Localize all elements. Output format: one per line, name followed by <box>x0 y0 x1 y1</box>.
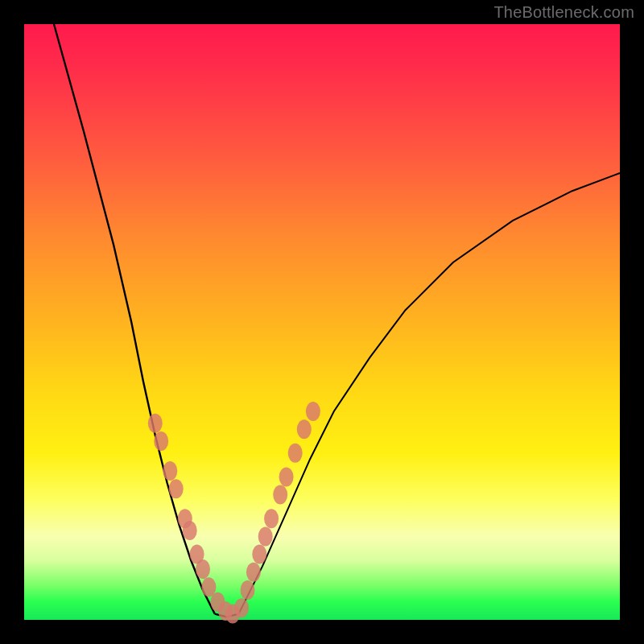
data-dot <box>241 580 255 600</box>
data-dot <box>252 545 266 564</box>
data-dot <box>273 485 287 505</box>
data-dot <box>264 509 279 528</box>
dots-left <box>148 414 240 624</box>
data-dot <box>196 559 210 579</box>
data-dot <box>163 461 177 481</box>
curve-right <box>238 173 620 614</box>
chart-plot-area <box>24 24 620 620</box>
chart-svg <box>24 24 620 620</box>
data-dot <box>183 521 197 540</box>
outer-frame: TheBottleneck.com <box>0 0 644 644</box>
data-dot <box>154 431 168 451</box>
data-dot <box>246 563 261 582</box>
dots-right <box>234 402 320 617</box>
data-dot <box>288 444 303 463</box>
data-dot <box>148 414 163 433</box>
curve-main <box>54 24 620 617</box>
data-dot <box>297 419 312 439</box>
data-dot <box>258 526 273 546</box>
data-dot <box>306 402 320 421</box>
data-dot <box>279 467 294 486</box>
data-dot <box>234 598 249 617</box>
data-dot <box>169 479 184 498</box>
watermark-text: TheBottleneck.com <box>493 3 634 22</box>
